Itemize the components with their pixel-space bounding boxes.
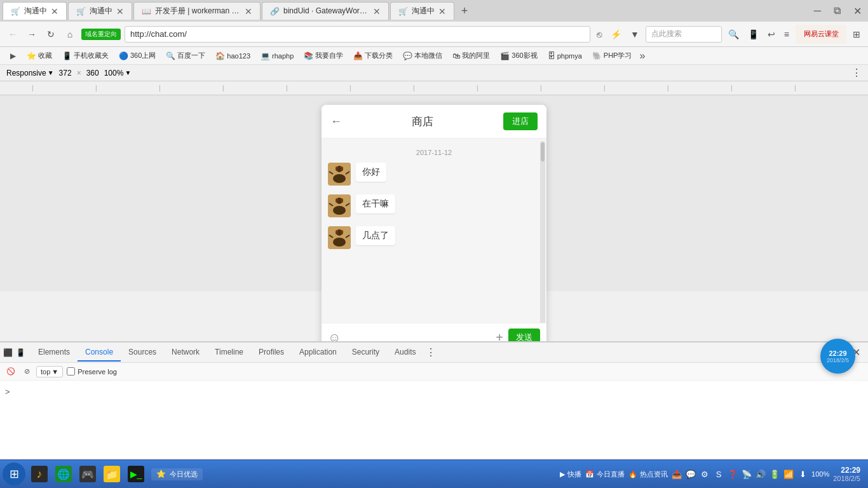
chat-back-button[interactable]: ←: [330, 115, 342, 128]
apps-icon[interactable]: ⊞: [850, 28, 863, 41]
mobile-emulate-icon[interactable]: 📱: [15, 348, 25, 358]
tray-battery-icon[interactable]: 🔋: [770, 469, 780, 479]
tab-2[interactable]: 🛒 淘通中 ✕: [68, 2, 132, 20]
responsive-more[interactable]: ⋮: [851, 67, 862, 79]
new-tab-button[interactable]: +: [456, 2, 473, 20]
devtools-more-button[interactable]: ⋮: [423, 346, 438, 358]
tab-2-close[interactable]: ✕: [116, 6, 124, 17]
tab-5-close[interactable]: ✕: [438, 6, 446, 17]
taskbar-item-browser[interactable]: 🌐: [52, 463, 75, 485]
tab-1-close[interactable]: ✕: [51, 6, 58, 17]
devtools-tab-sources[interactable]: Sources: [121, 344, 164, 362]
bookmark-favorites[interactable]: ⭐ 收藏: [23, 50, 56, 62]
tray-download-icon[interactable]: 📥: [672, 469, 682, 479]
tray-settings-icon[interactable]: ⚙: [700, 469, 710, 479]
preserve-log-checkbox[interactable]: Preserve log: [67, 367, 117, 376]
chat-enter-button[interactable]: 进店: [503, 112, 538, 130]
taskbar-item-media[interactable]: ♪: [28, 463, 51, 485]
close-button[interactable]: ✕: [850, 4, 865, 18]
bookmark-download-label: 下载分类: [365, 51, 393, 60]
bookmark-php[interactable]: 🐘 PHP学习: [588, 50, 636, 62]
tray-volume-icon[interactable]: 🔊: [756, 469, 766, 479]
console-filter-button[interactable]: ⊘: [22, 366, 32, 377]
search-box[interactable]: 点此搜索: [646, 26, 722, 43]
today-live[interactable]: 📅 今日直播: [585, 470, 625, 479]
tray-msg-icon[interactable]: 💬: [686, 469, 696, 479]
baidu-icon: 🔍: [166, 51, 175, 60]
bookmark-self-study[interactable]: 📚 我要自学: [300, 50, 347, 62]
tray-sogou-icon[interactable]: S: [714, 469, 724, 479]
bookmark-mobile[interactable]: 📱 手机收藏夹: [58, 50, 112, 62]
devtools-tab-elements[interactable]: Elements: [31, 344, 78, 362]
tab-4-close[interactable]: ✕: [373, 6, 381, 17]
hot-news[interactable]: 🔥 热点资讯: [628, 470, 668, 479]
tab-3[interactable]: 📖 开发手册 | workerman PHP S ✕: [133, 2, 261, 20]
bookmarks-more[interactable]: »: [639, 50, 645, 62]
avatar-1: [328, 163, 351, 186]
message-scrollbar[interactable]: [540, 141, 545, 323]
console-clear-button[interactable]: 🚫: [4, 366, 18, 377]
scrollbar-thumb[interactable]: [541, 142, 545, 161]
tablet-icon[interactable]: 📱: [745, 28, 761, 41]
restore-button[interactable]: ⧉: [830, 4, 844, 18]
domain-badge[interactable]: 域名重定向: [81, 29, 121, 40]
refresh-button[interactable]: ↻: [43, 27, 58, 42]
menu-icon[interactable]: ≡: [782, 28, 792, 41]
tab-1[interactable]: 🛒 淘通中 ✕: [3, 2, 67, 20]
search-icon[interactable]: 🔍: [726, 28, 742, 41]
system-clock[interactable]: 22:29 2018/2/5: [833, 466, 860, 482]
console-prompt[interactable]: >: [5, 387, 10, 396]
tab-5[interactable]: 🛒 淘通中 ✕: [390, 2, 454, 20]
tab-2-title: 淘通中: [90, 6, 112, 17]
tab-3-close[interactable]: ✕: [245, 6, 252, 17]
dropdown-arrow: ▼: [51, 368, 58, 376]
devtools-tab-timeline[interactable]: Timeline: [207, 344, 251, 362]
bookmark-ali[interactable]: 🛍 我的阿里: [449, 50, 494, 62]
devtools-tab-application[interactable]: Application: [292, 344, 344, 362]
today-picks[interactable]: ⭐ 今日优选: [151, 468, 203, 480]
chat-messages[interactable]: 2017-11-12 你好: [322, 139, 546, 323]
bookmarks-toggle[interactable]: ▶: [5, 48, 20, 64]
dropdown-arrow[interactable]: ▼: [628, 28, 642, 41]
tab-bar: 🛒 淘通中 ✕ 🛒 淘通中 ✕ 📖 开发手册 | workerman PHP S…: [0, 0, 868, 22]
devtools-tab-console[interactable]: Console: [78, 344, 121, 362]
tray-signal-icon[interactable]: 📶: [783, 469, 794, 479]
bookmark-download[interactable]: 📥 下载分类: [349, 50, 397, 62]
tab-4[interactable]: 🔗 bindUid · GatewayWorker手 ✕: [262, 2, 389, 20]
tray-net-icon[interactable]: 📡: [742, 469, 752, 479]
devtools-tab-security[interactable]: Security: [344, 344, 387, 362]
floating-clock-date: 2018/2/5: [827, 357, 849, 363]
bookmark-baidu[interactable]: 🔍 百度一下: [162, 50, 209, 62]
preserve-log-input[interactable]: [67, 367, 75, 376]
devtools-tab-audits[interactable]: Audits: [387, 344, 423, 362]
ali-icon: 🛍: [452, 51, 460, 60]
bookmark-360video[interactable]: 🎬 360影视: [496, 50, 541, 62]
taskbar-item-terminal[interactable]: ▶_: [125, 463, 147, 485]
bookmark-rhaphp[interactable]: 💻 rhaphp: [257, 50, 297, 62]
url-bar[interactable]: http://chat.com/: [125, 26, 590, 43]
lightning-icon[interactable]: ⚡: [608, 28, 624, 41]
bookmark-phpmya[interactable]: 🗄 phpmya: [544, 50, 586, 62]
inspect-element-icon[interactable]: ⬛: [3, 348, 13, 358]
responsive-dropdown[interactable]: Responsive ▼: [6, 69, 54, 78]
quick-play[interactable]: ▶ 快播: [560, 470, 581, 479]
start-button[interactable]: ⊞: [3, 463, 25, 485]
minimize-button[interactable]: ─: [810, 4, 825, 18]
bookmark-hao123[interactable]: 🏠 hao123: [212, 50, 254, 62]
devtools-tab-network[interactable]: Network: [164, 344, 207, 362]
undo-icon[interactable]: ↩: [765, 28, 778, 41]
share-icon[interactable]: ⎋: [594, 28, 604, 41]
devtools-tab-profiles[interactable]: Profiles: [251, 344, 292, 362]
taskbar-item-game[interactable]: 🎮: [76, 463, 99, 485]
execution-context-dropdown[interactable]: top ▼: [36, 366, 63, 377]
forward-button[interactable]: →: [24, 27, 39, 42]
zoom-dropdown[interactable]: 100% ▼: [104, 69, 132, 78]
floating-clock[interactable]: 22:29 2018/2/5: [820, 339, 855, 374]
taskbar-item-files[interactable]: 📁: [100, 463, 123, 485]
tray-download2-icon[interactable]: ⬇: [797, 469, 808, 479]
tray-help-icon[interactable]: ❓: [728, 469, 738, 479]
bookmark-local-wechat[interactable]: 💬 本地微信: [399, 50, 446, 62]
back-button[interactable]: ←: [5, 27, 20, 42]
bookmark-360[interactable]: 🔵 360上网: [115, 50, 159, 62]
home-button[interactable]: ⌂: [62, 27, 78, 42]
